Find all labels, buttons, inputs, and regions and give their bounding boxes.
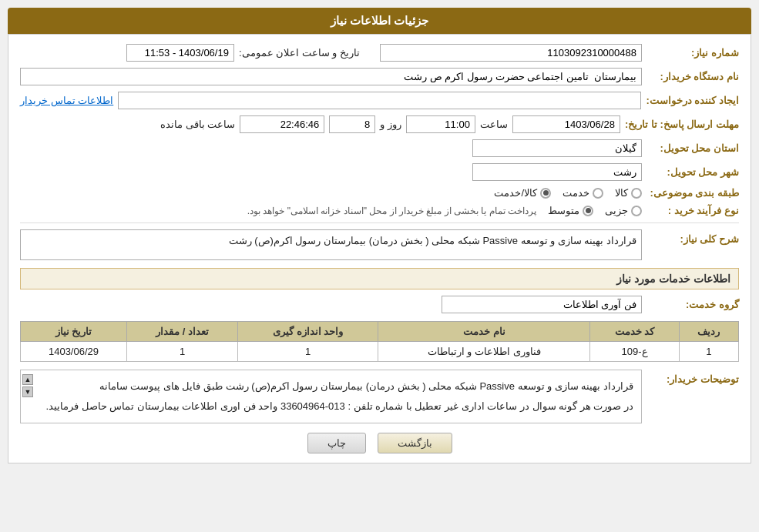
- table-row: 1 ع-109 فناوری اطلاعات و ارتباطات 1 1 14…: [21, 342, 739, 362]
- radio-kala-label: کالا: [615, 187, 628, 199]
- label-saat: ساعت: [480, 119, 508, 130]
- page-title: جزئیات اطلاعات نیاز: [8, 8, 751, 34]
- shomara-input[interactable]: [380, 44, 642, 62]
- label-tawzihat: توضیحات خریدار:: [646, 370, 739, 385]
- label-tabaqeh: طبقه بندی موضوعی:: [646, 187, 739, 199]
- section-khadamat: اطلاعات خدمات مورد نیاز: [20, 268, 739, 289]
- radio-kala-circle: [631, 188, 642, 199]
- cell-date: 1403/06/29: [21, 342, 127, 362]
- radio-khadamat[interactable]: خدمت: [563, 187, 603, 199]
- radio-kala[interactable]: کالا: [615, 187, 642, 199]
- services-table-section: ردیف کد خدمت نام خدمت واحد اندازه گیری ت…: [20, 321, 739, 362]
- radio-mottavasset-label: متوسط: [548, 205, 579, 216]
- cell-unit: 1: [238, 342, 378, 362]
- scroll-down[interactable]: ▼: [22, 386, 33, 397]
- purchase-note: پرداخت تمام یا بخشی از مبلغ خریدار از مح…: [247, 206, 536, 216]
- col-code: کد خدمت: [590, 322, 679, 342]
- services-table: ردیف کد خدمت نام خدمت واحد اندازه گیری ت…: [20, 321, 739, 362]
- gorooh-input[interactable]: [442, 296, 642, 313]
- cell-code: ع-109: [590, 342, 679, 362]
- tabaqeh-radio-group: کالا خدمت کالا/خدمت: [20, 187, 642, 199]
- radio-kala-khadamat-label: کالا/خدمت: [494, 187, 537, 199]
- col-unit: واحد اندازه گیری: [238, 322, 378, 342]
- label-mohlat: مهلت ارسال پاسخ: تا تاریخ:: [625, 119, 739, 130]
- label-gorooh: گروه خدمت:: [646, 299, 739, 310]
- desc-line2: در صورت هر گونه سوال در ساعات اداری غیر …: [40, 396, 633, 417]
- back-button[interactable]: بازگشت: [378, 433, 452, 453]
- label-tarikh: تاریخ و ساعت اعلان عمومی:: [239, 47, 360, 59]
- description-box: ▲ ▼ قرارداد بهینه سازی و توسعه Passive ش…: [20, 370, 642, 423]
- date-deadline-input[interactable]: [512, 115, 620, 133]
- radio-kala-khadamat[interactable]: کالا/خدمت: [494, 187, 551, 199]
- label-shomara: شماره نیاز:: [646, 47, 739, 59]
- farayand-radio-group: جزیی متوسط پرداخت تمام یا بخشی از مبلغ خ…: [20, 205, 642, 216]
- creator-input: [118, 92, 641, 109]
- cell-name: فناوری اطلاعات و ارتباطات: [378, 342, 590, 362]
- label-dastgah: نام دستگاه خریدار:: [646, 71, 739, 82]
- remain-input[interactable]: [240, 115, 324, 133]
- label-creator: ایجاد کننده درخواست:: [646, 95, 739, 106]
- label-rooz: روز و: [380, 119, 401, 130]
- label-ostan: استان محل تحویل:: [646, 142, 739, 154]
- buttons-row: بازگشت چاپ: [20, 433, 739, 453]
- scroll-arrows[interactable]: ▲ ▼: [22, 374, 33, 397]
- label-shahr: شهر محل تحویل:: [646, 166, 739, 178]
- desc-line1: قرارداد بهینه سازی و توسعه Passive شبکه …: [40, 376, 633, 396]
- col-name: نام خدمت: [378, 322, 590, 342]
- col-radif: ردیف: [679, 322, 738, 342]
- radio-jozi-label: جزیی: [605, 205, 628, 216]
- label-sharh: شرح کلی نیاز:: [646, 229, 739, 245]
- dastgah-input[interactable]: [20, 68, 642, 85]
- scroll-up[interactable]: ▲: [22, 374, 33, 385]
- col-date: تاریخ نیاز: [21, 322, 127, 342]
- label-remain: ساعت باقی مانده: [160, 119, 235, 130]
- radio-khadamat-label: خدمت: [563, 187, 589, 199]
- radio-mottavasset-circle: [583, 206, 593, 216]
- radio-mottavasset[interactable]: متوسط: [548, 205, 593, 216]
- creator-contact-link[interactable]: اطلاعات تماس خریدار: [20, 95, 113, 106]
- shahr-input[interactable]: [472, 163, 642, 181]
- print-button[interactable]: چاپ: [307, 433, 366, 453]
- rooz-input[interactable]: [329, 115, 375, 133]
- tarikh-elan-input[interactable]: [126, 44, 234, 62]
- cell-count: 1: [126, 342, 237, 362]
- radio-khadamat-circle: [593, 188, 603, 199]
- radio-kala-khadamat-circle: [540, 188, 551, 199]
- cell-radif: 1: [679, 342, 738, 362]
- label-farayand: نوع فرآیند خرید :: [646, 205, 739, 216]
- radio-jozi-circle: [631, 206, 642, 216]
- ostan-input[interactable]: [472, 139, 642, 157]
- sharh-niaz-box: قرارداد بهینه سازی و توسعه Passive شبکه …: [20, 229, 642, 260]
- time-deadline-input[interactable]: [406, 115, 475, 133]
- col-count: تعداد / مقدار: [126, 322, 237, 342]
- radio-jozi[interactable]: جزیی: [605, 205, 642, 216]
